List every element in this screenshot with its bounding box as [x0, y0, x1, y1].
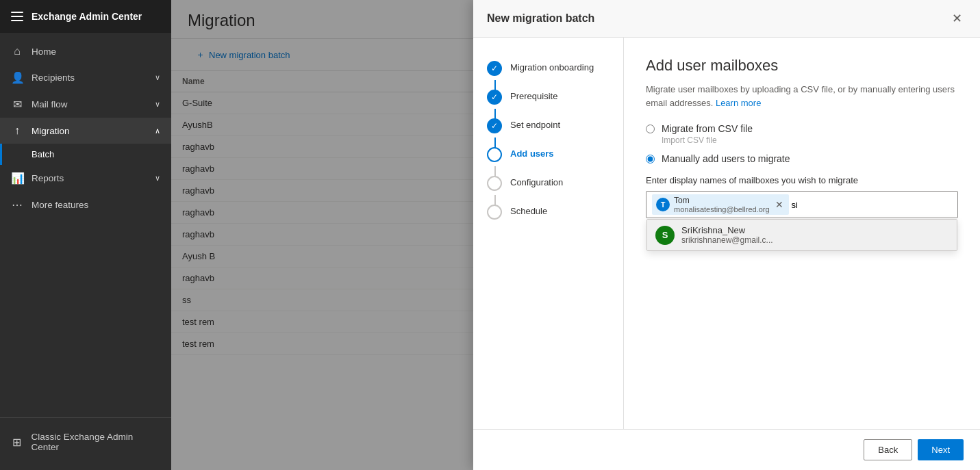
step-circle-configuration	[487, 176, 502, 191]
modal-header: New migration batch ✕	[473, 0, 980, 38]
autocomplete-name-srikrishna: SriKrishna_New	[681, 225, 773, 235]
modal-footer: Back Next	[473, 429, 980, 470]
reports-icon: 📊	[11, 172, 23, 185]
sidebar-item-home-label: Home	[32, 47, 56, 57]
sidebar-item-recipients[interactable]: 👤 Recipients ∨	[0, 64, 171, 91]
step-label-set-endpoint: Set endpoint	[510, 118, 560, 130]
modal-overlay: New migration batch ✕ ✓Migration onboard…	[171, 0, 980, 470]
home-icon: ⌂	[11, 45, 23, 57]
step-circle-set-endpoint: ✓	[487, 118, 502, 133]
step-label-migration-onboarding: Migration onboarding	[510, 61, 594, 73]
sidebar-item-mailflow[interactable]: ✉ Mail flow ∨	[0, 91, 171, 118]
mailbox-input-area: Enter display names of mailboxes you wis…	[646, 175, 958, 218]
content-panel: Add user mailboxes Migrate user mailboxe…	[624, 38, 980, 429]
sidebar-item-home[interactable]: ⌂ Home	[0, 38, 171, 64]
sidebar-item-recipients-label: Recipients	[32, 73, 75, 83]
back-button[interactable]: Back	[864, 439, 912, 460]
chevron-up-icon: ∧	[155, 127, 160, 135]
sidebar-nav: ⌂ Home 👤 Recipients ∨ ✉ Mail flow ∨ ↑ Mi…	[0, 33, 171, 417]
step-circle-migration-onboarding: ✓	[487, 61, 502, 76]
step-label-configuration: Configuration	[510, 176, 563, 187]
sidebar-item-migration[interactable]: ↑ Migration ∧	[0, 118, 171, 144]
step-prerequisite: ✓Prerequisite	[473, 83, 623, 112]
step-set-endpoint: ✓Set endpoint	[473, 112, 623, 140]
sidebar-item-reports[interactable]: 📊 Reports ∨	[0, 165, 171, 192]
sidebar-item-morefeatures[interactable]: ⋯ More features	[0, 192, 171, 218]
chevron-down-icon: ∨	[155, 100, 160, 109]
content-title: Add user mailboxes	[646, 57, 958, 75]
autocomplete-dropdown: S SriKrishna_New srikrishnanew@gmail.c..…	[646, 219, 957, 251]
sidebar-item-migration-label: Migration	[32, 126, 70, 136]
step-label-prerequisite: Prerequisite	[510, 90, 557, 101]
app-title: Exchange Admin Center	[32, 11, 142, 22]
chevron-down-icon: ∨	[155, 73, 160, 82]
recipients-icon: 👤	[11, 71, 23, 84]
tag-tom: T Tom monalisatesting@bellred.org ✕	[652, 194, 789, 215]
step-add-users: Add users	[473, 140, 623, 169]
csv-option: Migrate from CSV file Import CSV file	[646, 123, 958, 145]
content-description: Migrate user mailboxes by uploading a CS…	[646, 83, 958, 109]
main-content: Migration ＋ New migration batch Name G-S…	[171, 0, 980, 470]
step-schedule: Schedule	[473, 198, 623, 226]
sidebar-bottom: ⊞ Classic Exchange Admin Center	[0, 417, 171, 470]
csv-label: Migrate from CSV file	[662, 123, 753, 134]
chevron-down-icon: ∨	[155, 174, 160, 183]
input-label: Enter display names of mailboxes you wis…	[646, 175, 958, 185]
csv-sublabel: Import CSV file	[662, 135, 753, 145]
sidebar-header: Exchange Admin Center	[0, 0, 171, 33]
modal-close-button[interactable]: ✕	[948, 10, 966, 27]
tag-remove-button[interactable]: ✕	[774, 200, 785, 209]
sidebar-item-classic-label: Classic Exchange Admin Center	[32, 432, 160, 452]
step-migration-onboarding: ✓Migration onboarding	[473, 54, 623, 83]
manual-option: Manually add users to migrate	[646, 153, 958, 164]
radio-group: Migrate from CSV file Import CSV file Ma…	[646, 123, 958, 164]
step-circle-prerequisite: ✓	[487, 90, 502, 105]
learn-more-link[interactable]: Learn more	[716, 98, 761, 108]
step-label-add-users: Add users	[510, 147, 554, 159]
tag-name-tom: Tom	[674, 196, 770, 205]
hamburger-icon[interactable]	[11, 12, 23, 21]
manual-label: Manually add users to migrate	[662, 153, 790, 164]
autocomplete-avatar-srikrishna: S	[655, 226, 675, 245]
more-icon: ⋯	[11, 198, 23, 211]
next-button[interactable]: Next	[918, 439, 964, 460]
modal-body: ✓Migration onboarding✓Prerequisite✓Set e…	[473, 38, 980, 429]
mailbox-search-input[interactable]	[792, 200, 952, 210]
classic-icon: ⊞	[11, 436, 23, 449]
csv-radio[interactable]	[646, 125, 655, 133]
sidebar-item-reports-label: Reports	[32, 173, 64, 183]
tag-avatar-tom: T	[656, 198, 670, 211]
sidebar-item-batch-label: Batch	[32, 149, 54, 159]
autocomplete-item-srikrishna[interactable]: S SriKrishna_New srikrishnanew@gmail.c..…	[647, 220, 957, 250]
steps-panel: ✓Migration onboarding✓Prerequisite✓Set e…	[473, 38, 624, 429]
sidebar-item-mailflow-label: Mail flow	[32, 99, 68, 109]
step-configuration: Configuration	[473, 169, 623, 198]
tag-email-tom: monalisatesting@bellred.org	[674, 205, 770, 213]
manual-radio[interactable]	[646, 155, 655, 164]
migration-icon: ↑	[11, 125, 23, 137]
modal-panel: New migration batch ✕ ✓Migration onboard…	[473, 0, 980, 470]
mailflow-icon: ✉	[11, 98, 23, 111]
sidebar: Exchange Admin Center ⌂ Home 👤 Recipient…	[0, 0, 171, 470]
autocomplete-email-srikrishna: srikrishnanew@gmail.c...	[681, 235, 773, 245]
sidebar-item-classic[interactable]: ⊞ Classic Exchange Admin Center	[0, 425, 171, 459]
step-label-schedule: Schedule	[510, 205, 547, 216]
tag-input-wrapper[interactable]: T Tom monalisatesting@bellred.org ✕	[646, 191, 958, 218]
sidebar-item-batch[interactable]: Batch	[0, 144, 171, 165]
step-circle-schedule	[487, 205, 502, 220]
step-circle-add-users	[487, 147, 502, 162]
sidebar-item-morefeatures-label: More features	[32, 200, 88, 210]
modal-title: New migration batch	[487, 12, 594, 25]
